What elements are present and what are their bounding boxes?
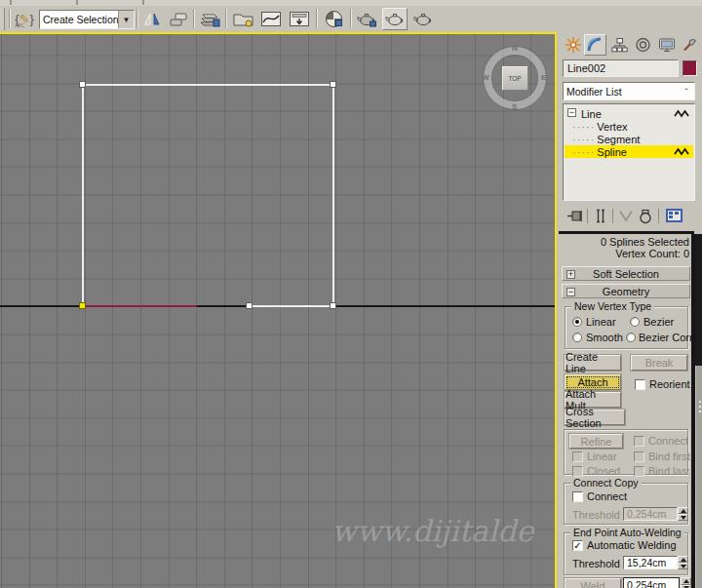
collapse-minus-icon[interactable]: − xyxy=(567,108,576,117)
viewcube[interactable]: N E S W TOP xyxy=(484,47,546,109)
linear-checkbox[interactable] xyxy=(572,451,583,462)
automatic-welding-checkbox[interactable]: ✓ xyxy=(572,540,583,551)
radio-label-smooth[interactable]: Smooth xyxy=(586,332,623,343)
bind-first-checkbox[interactable] xyxy=(634,451,644,462)
render-production-button[interactable] xyxy=(410,8,436,30)
object-name-field[interactable]: Line002 xyxy=(563,59,679,77)
curve-editor-button[interactable] xyxy=(258,8,284,30)
connect-threshold-field[interactable]: 0,254cm xyxy=(623,507,678,521)
viewcube-south[interactable]: S xyxy=(512,102,517,111)
schematic-view-button[interactable] xyxy=(287,8,312,30)
closed-checkbox[interactable] xyxy=(572,466,583,477)
spin-down-icon[interactable] xyxy=(678,563,688,569)
weld-spinner[interactable] xyxy=(681,577,691,588)
tab-modify[interactable] xyxy=(584,34,606,56)
connect-copy-label[interactable]: Connect xyxy=(587,490,627,502)
spin-up-icon[interactable] xyxy=(678,556,688,563)
connect-copy-checkbox[interactable] xyxy=(572,491,583,502)
bind-last-checkbox[interactable] xyxy=(634,466,644,477)
show-end-result-icon[interactable] xyxy=(594,209,607,223)
configure-modifier-sets-icon[interactable] xyxy=(666,209,682,222)
align-button[interactable] xyxy=(167,8,190,30)
tab-motion[interactable] xyxy=(632,34,654,56)
radio-label-bezier[interactable]: Bezier xyxy=(644,316,674,328)
spline-segment-bottom-right[interactable] xyxy=(250,305,334,307)
tab-utilities[interactable] xyxy=(679,34,701,56)
spline-segment-right[interactable] xyxy=(332,84,334,307)
weld-threshold-field[interactable]: 15,24cm xyxy=(623,556,678,569)
stack-row-vertex[interactable]: Vertex xyxy=(565,120,693,133)
radio-smooth[interactable] xyxy=(572,333,582,342)
chevron-down-icon[interactable]: ▼ xyxy=(118,11,134,28)
spin-up-icon[interactable] xyxy=(678,507,688,514)
viewcube-west[interactable]: W xyxy=(482,73,489,82)
radio-bezier[interactable] xyxy=(630,317,640,327)
panel-scrollbar-track[interactable] xyxy=(695,234,702,588)
break-button[interactable]: Break xyxy=(631,355,687,371)
connect-label[interactable]: Connect xyxy=(648,435,688,447)
viewcube-east[interactable]: E xyxy=(541,73,546,82)
first-vertex-marker[interactable] xyxy=(79,302,86,309)
tab-display[interactable] xyxy=(655,34,678,56)
weld-value-field[interactable]: 0,254cm xyxy=(623,577,680,588)
material-dialog-mini xyxy=(335,20,342,26)
bind-last-label[interactable]: Bind last xyxy=(648,465,689,477)
viewcube-north[interactable]: N xyxy=(512,44,518,53)
radio-label-linear[interactable]: Linear xyxy=(586,316,616,328)
rollout-soft-selection[interactable]: + Soft Selection xyxy=(562,266,690,281)
viewcube-top-face[interactable]: TOP xyxy=(501,65,528,91)
stack-row-spline-selected[interactable]: Spline xyxy=(565,145,693,158)
folder-icon xyxy=(232,11,254,27)
linear-label[interactable]: Linear xyxy=(587,451,617,462)
modifier-list-dropdown[interactable]: Modifier List ˇ xyxy=(563,82,695,100)
named-selection-set-combobox[interactable]: Create Selection Se ▼ xyxy=(39,10,135,29)
pin-stack-icon[interactable] xyxy=(566,210,584,222)
panel-scrollbar-thumb[interactable] xyxy=(695,366,702,588)
weld-button[interactable]: Weld xyxy=(565,578,621,588)
chevron-down-icon[interactable]: ˇ xyxy=(679,83,694,99)
button-label: Cross Section xyxy=(566,406,624,429)
vertex-marker-top-right[interactable] xyxy=(330,81,336,88)
plus-icon: + xyxy=(566,270,575,279)
spin-up-icon[interactable] xyxy=(681,577,691,585)
object-color-swatch[interactable] xyxy=(682,60,697,76)
edit-named-selection-sets-button[interactable]: {✎} ABC xyxy=(13,8,36,30)
remove-modifier-icon[interactable] xyxy=(639,209,652,224)
button-label: Refine xyxy=(581,436,612,448)
tab-hierarchy[interactable] xyxy=(608,34,631,56)
radio-bezier-corner[interactable] xyxy=(626,333,636,342)
rendered-frame-window-button[interactable] xyxy=(382,8,408,30)
bind-first-label[interactable]: Bind first xyxy=(648,451,690,462)
make-unique-icon[interactable] xyxy=(618,210,634,222)
stack-row-segment[interactable]: Segment xyxy=(565,133,693,145)
reorient-label[interactable]: Reorient xyxy=(649,378,690,390)
modifier-stack[interactable]: − Line Vertex Segment Spline xyxy=(563,103,695,201)
connect-checkbox[interactable] xyxy=(634,436,644,447)
tab-create[interactable] xyxy=(562,34,584,56)
create-line-button[interactable]: Create Line xyxy=(565,355,621,371)
vertex-marker-bottom-right[interactable] xyxy=(330,302,336,309)
reorient-checkbox[interactable] xyxy=(635,379,645,390)
spline-segment-top[interactable] xyxy=(82,84,334,86)
scene-explorer-button[interactable] xyxy=(230,8,255,30)
top-viewport[interactable]: N E S W TOP www.dijitalde xyxy=(0,34,555,588)
closed-label[interactable]: Closed xyxy=(587,465,620,477)
rollout-geometry[interactable]: − Geometry xyxy=(562,284,690,298)
layer-manager-button[interactable] xyxy=(198,8,221,30)
material-editor-button[interactable] xyxy=(321,8,347,30)
stack-row-line[interactable]: − Line xyxy=(565,107,693,120)
spline-segment-left[interactable] xyxy=(82,84,84,307)
mirror-button[interactable] xyxy=(140,8,164,30)
connect-threshold-spinner[interactable] xyxy=(678,507,688,521)
weld-threshold-spinner[interactable] xyxy=(678,556,688,569)
spin-down-icon[interactable] xyxy=(678,514,688,521)
radio-linear[interactable] xyxy=(572,317,582,327)
spin-down-icon[interactable] xyxy=(681,585,691,588)
automatic-welding-label[interactable]: Automatic Welding xyxy=(587,539,677,551)
render-setup-button[interactable] xyxy=(354,8,379,30)
refine-button[interactable]: Refine xyxy=(569,434,623,449)
vertex-marker-top-left[interactable] xyxy=(79,81,86,88)
vertex-marker-bottom-mid[interactable] xyxy=(246,302,253,309)
spline-segment-bottom-left[interactable] xyxy=(82,305,197,307)
cross-section-button[interactable]: Cross Section xyxy=(565,410,625,425)
